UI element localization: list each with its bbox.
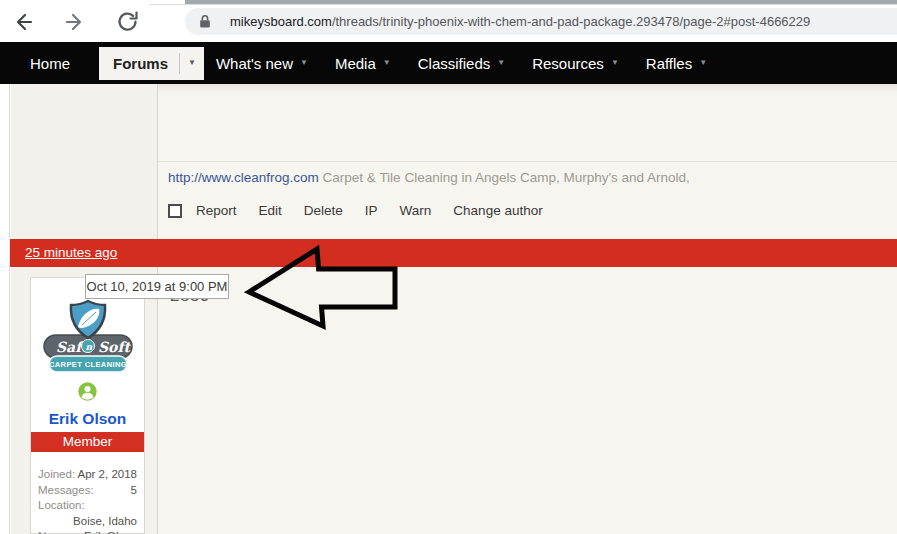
reload-icon[interactable]: [116, 10, 140, 34]
user-stats: Joined: Apr 2, 2018 Messages: 5 Location…: [31, 467, 144, 534]
chevron-down-icon[interactable]: ▼: [497, 59, 505, 67]
chevron-down-icon[interactable]: ▼: [300, 59, 308, 67]
nav-tab-label: Resources: [532, 55, 604, 72]
moderation-link[interactable]: IP: [365, 203, 378, 218]
url-bar[interactable]: mikeysboard.com/threads/trinity-phoenix-…: [185, 8, 897, 35]
nav-tab-label: Media: [335, 55, 376, 72]
nav-tab[interactable]: Home: [30, 55, 70, 72]
online-status-icon: [31, 382, 144, 405]
moderation-link[interactable]: Change author: [453, 203, 542, 218]
user-stat-row: Name: Erik Olson: [31, 529, 144, 534]
page-content: http://www.cleanfrog.com Carpet & Tile C…: [0, 84, 897, 534]
username-link[interactable]: Erik Olson: [31, 410, 144, 428]
member-badge: Member: [31, 432, 144, 452]
user-stat-label: Messages:: [38, 484, 94, 498]
user-card: Safe n Soft CARPET CLEANING: [30, 277, 145, 534]
forum-navbar: Home Forums ▼ What's new ▼ Media ▼ Class…: [0, 42, 897, 84]
user-stat-row: Boise, Idaho: [31, 514, 144, 530]
back-icon[interactable]: [10, 10, 34, 34]
url-path: /threads/trinity-phoenix-with-chem-and-p…: [332, 14, 810, 29]
user-stat-value: Boise, Idaho: [38, 515, 137, 529]
nav-tab-label: Home: [30, 55, 70, 72]
nav-tab[interactable]: Forums ▼: [99, 47, 204, 80]
chevron-down-icon[interactable]: ▼: [179, 53, 204, 74]
user-stat-label: Joined:: [38, 468, 75, 482]
user-stat-value: [85, 499, 137, 513]
user-stat-row: Location:: [31, 498, 144, 514]
moderation-link[interactable]: Report: [196, 203, 237, 218]
moderation-link[interactable]: Edit: [259, 203, 282, 218]
message-column: [158, 84, 897, 534]
nav-tab-label: What's new: [216, 55, 293, 72]
nav-tab[interactable]: Media ▼: [335, 55, 391, 72]
user-stat-value: Erik Olson: [72, 530, 137, 534]
left-gutter: [0, 84, 10, 534]
moderation-links: Report Edit Delete IP Warn Change author: [196, 203, 565, 218]
user-stat-value: Apr 2, 2018: [75, 468, 137, 482]
safe-n-soft-logo: Safe n Soft CARPET CLEANING: [41, 299, 135, 377]
page: mikeysboard.com/threads/trinity-phoenix-…: [0, 0, 897, 534]
nav-tab-label: Forums: [99, 47, 179, 80]
user-stat-value: 5: [94, 484, 137, 498]
logo-word2: Soft: [98, 339, 131, 355]
date-separator-link[interactable]: 25 minutes ago: [25, 239, 117, 267]
select-post-checkbox[interactable]: [168, 204, 182, 218]
chevron-down-icon[interactable]: ▼: [383, 59, 391, 67]
moderation-bar: Report Edit Delete IP Warn Change author: [168, 203, 565, 218]
nav-tab-label: Raffles: [646, 55, 692, 72]
user-stat-row: Joined: Apr 2, 2018: [31, 467, 144, 483]
timestamp-tooltip: Oct 10, 2019 at 9:00 PM: [85, 274, 229, 299]
nav-tab[interactable]: Raffles ▼: [646, 55, 707, 72]
signature-text: Carpet & Tile Cleaning in Angels Camp, M…: [323, 170, 690, 185]
user-stat-row: Messages: 5: [31, 483, 144, 499]
logo-banner: CARPET CLEANING: [48, 360, 126, 369]
nav-shadow: [158, 84, 897, 94]
moderation-link[interactable]: Warn: [400, 203, 432, 218]
nav-tab[interactable]: Classifieds ▼: [418, 55, 505, 72]
signature: http://www.cleanfrog.com Carpet & Tile C…: [168, 170, 690, 185]
nav-tab[interactable]: What's new ▼: [216, 55, 308, 72]
chevron-down-icon[interactable]: ▼: [699, 59, 707, 67]
window-edge-highlight: [150, 4, 897, 5]
moderation-link[interactable]: Delete: [304, 203, 343, 218]
padlock-icon: [199, 14, 211, 29]
nav-tab[interactable]: Resources ▼: [532, 55, 619, 72]
signature-divider: [158, 161, 897, 162]
date-separator-bar: 25 minutes ago: [10, 239, 897, 267]
user-stat-label: Location:: [38, 499, 85, 513]
avatar[interactable]: Safe n Soft CARPET CLEANING: [31, 299, 144, 381]
browser-toolbar: mikeysboard.com/threads/trinity-phoenix-…: [0, 0, 897, 42]
signature-link[interactable]: http://www.cleanfrog.com: [168, 170, 319, 185]
forward-icon[interactable]: [64, 10, 88, 34]
user-stat-label: Name:: [38, 530, 72, 534]
url-text[interactable]: mikeysboard.com/threads/trinity-phoenix-…: [230, 14, 810, 29]
chevron-down-icon[interactable]: ▼: [611, 59, 619, 67]
logo-mid: n: [85, 342, 92, 352]
url-domain: mikeysboard.com: [230, 14, 332, 29]
nav-tab-label: Classifieds: [418, 55, 491, 72]
